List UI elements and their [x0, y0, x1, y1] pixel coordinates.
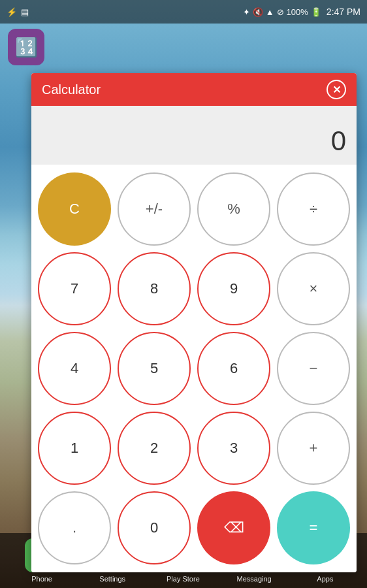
calc-header: Calculator ✕	[31, 73, 357, 106]
wifi-icon: ▲	[266, 7, 274, 17]
dock-label-apps: Apps	[317, 575, 333, 583]
dock-label-messaging: Messaging	[237, 575, 272, 583]
calculator-icon-symbol: 🔢	[15, 37, 38, 58]
status-bar: ⚡ ▤ ✦ 🔇 ▲ ⊘ 100% 🔋 2:47 PM	[0, 0, 367, 24]
dock-label-play-store: Play Store	[167, 575, 200, 583]
usb-icon: ⚡	[7, 7, 17, 17]
calc-btn--[interactable]: ÷	[277, 172, 350, 246]
status-left-icons: ⚡ ▤	[7, 7, 29, 17]
dock-label-settings: Settings	[99, 575, 125, 583]
calc-btn-2[interactable]: 2	[118, 412, 191, 485]
calc-btn--[interactable]: ×	[277, 252, 350, 325]
calc-display: 0	[31, 106, 357, 165]
mute-icon: 🔇	[253, 7, 263, 17]
calc-btn--[interactable]: =	[277, 491, 350, 564]
calc-btn-8[interactable]: 8	[118, 252, 191, 325]
battery-percent: 100%	[287, 7, 308, 17]
calculator-app-icon[interactable]: 🔢	[8, 29, 44, 65]
calc-display-value: 0	[331, 125, 346, 157]
calc-btn--[interactable]: .	[38, 491, 111, 564]
dock-label-phone: Phone	[31, 575, 52, 583]
calc-btn-C[interactable]: C	[38, 172, 111, 246]
battery-icon: 🔋	[311, 7, 321, 17]
calc-close-button[interactable]: ✕	[327, 80, 346, 99]
calc-btn-1[interactable]: 1	[38, 412, 111, 485]
status-right-icons: ✦ 🔇 ▲ ⊘ 100% 🔋 2:47 PM	[243, 7, 360, 17]
calculator-popup: Calculator ✕ 0 C+/-%÷789×456−123+.0⌫=	[31, 73, 357, 572]
blocked-icon: ⊘	[277, 7, 284, 17]
status-time: 2:47 PM	[327, 7, 360, 17]
bluetooth-icon: ✦	[243, 7, 250, 17]
calc-btn-7[interactable]: 7	[38, 252, 111, 325]
sim-icon: ▤	[21, 7, 29, 17]
calc-title: Calculator	[42, 82, 101, 97]
calc-btn----[interactable]: +/-	[118, 172, 191, 246]
calc-btn-3[interactable]: 3	[197, 412, 270, 485]
calc-btn--[interactable]: ⌫	[197, 491, 270, 564]
calc-btn-5[interactable]: 5	[118, 332, 191, 405]
calc-btn--[interactable]: +	[277, 412, 350, 485]
calc-btn-0[interactable]: 0	[118, 491, 191, 564]
calc-buttons-grid: C+/-%÷789×456−123+.0⌫=	[31, 165, 357, 572]
calc-btn-4[interactable]: 4	[38, 332, 111, 405]
calc-btn-9[interactable]: 9	[197, 252, 270, 325]
calc-btn--[interactable]: %	[197, 172, 270, 246]
calc-btn--[interactable]: −	[277, 332, 350, 405]
calc-btn-6[interactable]: 6	[197, 332, 270, 405]
